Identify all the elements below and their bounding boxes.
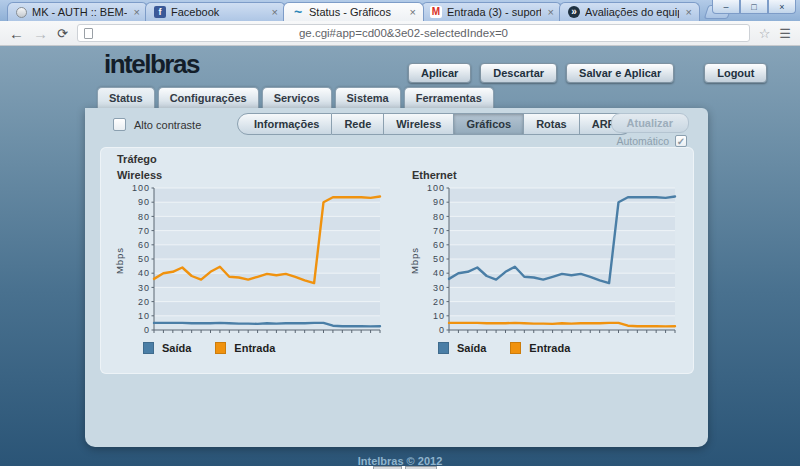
subtab-rede[interactable]: Rede [332, 113, 384, 135]
svg-text:100: 100 [132, 184, 150, 193]
traffic-group-title: Tráfego [117, 153, 157, 165]
tab-title: Facebook [171, 6, 265, 18]
bookmark-star-icon[interactable]: ☆ [759, 26, 771, 41]
legend-swatch [438, 342, 449, 354]
content-panel: Alto contraste InformaçõesRedeWirelessGr… [85, 108, 708, 447]
chrome-menu-icon[interactable]: ☰ [779, 26, 791, 41]
browser-tab-strip: MK - AUTH :: BEM-VIN×fFacebook×~Status -… [0, 0, 800, 21]
chart-wireless: WirelessMbps0102030405060708090100SaídaE… [113, 169, 385, 354]
globe-icon [16, 7, 27, 18]
legend-item-saida: Saída [438, 342, 486, 354]
tab-close-icon[interactable]: × [546, 6, 556, 18]
browser-tab-avaliacoes-do-equipan[interactable]: »Avaliações do equipan× [559, 2, 700, 21]
reload-icon[interactable]: ⟳ [57, 27, 68, 40]
minimize-button[interactable]: – [712, 0, 740, 14]
subtab-rotas[interactable]: Rotas [524, 113, 580, 135]
tab-ferramentas[interactable]: Ferramentas [404, 87, 494, 109]
screen: MK - AUTH :: BEM-VIN×fFacebook×~Status -… [0, 0, 800, 469]
url-text: ge.cgi#app=cd00&3e02-selectedIndex=0 [299, 27, 508, 39]
atualizar-button[interactable]: Atualizar [611, 113, 689, 133]
legend-label: Entrada [529, 342, 570, 354]
aplicar-button[interactable]: Aplicar [408, 63, 471, 83]
svg-text:60: 60 [433, 240, 445, 250]
address-bar[interactable]: ge.cgi#app=cd00&3e02-selectedIndex=0 [77, 24, 750, 42]
chart-title: Wireless [117, 169, 385, 181]
svg-text:30: 30 [433, 283, 445, 293]
legend-swatch [510, 342, 521, 354]
subtab-graficos[interactable]: Gráficos [454, 113, 524, 135]
svg-text:20: 20 [433, 297, 445, 307]
forward-icon[interactable]: → [33, 26, 48, 41]
browser-tab-status-graficos[interactable]: ~Status - Gráficos× [283, 2, 424, 21]
alto-contraste-control[interactable]: Alto contraste [113, 118, 201, 131]
salvar-e-aplicar-button[interactable]: Salvar e Aplicar [566, 63, 674, 83]
y-axis-label-text: Mbps [409, 247, 420, 274]
page-icon [84, 28, 93, 39]
tab-title: MK - AUTH :: BEM-VIN [32, 6, 127, 18]
intelbras-icon: ~ [292, 6, 304, 18]
browser-tab-mk-auth-bem-vin[interactable]: MK - AUTH :: BEM-VIN× [7, 2, 148, 21]
logout-button[interactable]: Logout [704, 63, 767, 83]
chart-legend: SaídaEntrada [143, 342, 385, 354]
subtab-wireless[interactable]: Wireless [384, 113, 454, 135]
subtab-informacoes[interactable]: Informações [237, 113, 332, 135]
legend-item-entrada: Entrada [510, 342, 570, 354]
svg-text:80: 80 [433, 212, 445, 222]
automatico-control: Automático ✓ [616, 135, 687, 147]
close-button[interactable]: × [768, 0, 796, 14]
svg-text:70: 70 [433, 226, 445, 236]
tab-close-icon[interactable]: × [408, 6, 418, 18]
tab-title: Status - Gráficos [309, 6, 403, 18]
maximize-button[interactable]: □ [740, 0, 768, 14]
tab-sistema[interactable]: Sistema [335, 87, 401, 109]
page-content: intelbras AplicarDescartarSalvar e Aplic… [0, 46, 800, 469]
tab-servicos[interactable]: Serviços [262, 87, 332, 109]
legend-item-entrada: Entrada [215, 342, 275, 354]
svg-text:50: 50 [138, 254, 150, 264]
status-sub-tabs: InformaçõesRedeWirelessGráficosRotasARP [237, 113, 632, 135]
main-nav-tabs: StatusConfiguraçõesServiçosSistemaFerram… [97, 87, 494, 109]
chevrons-icon: » [568, 6, 580, 18]
svg-text:50: 50 [433, 254, 445, 264]
chart-legend: SaídaEntrada [438, 342, 680, 354]
window-controls: –□× [712, 0, 796, 14]
tab-title: Avaliações do equipan [585, 6, 679, 18]
svg-text:30: 30 [138, 283, 150, 293]
legend-swatch [215, 342, 226, 354]
automatico-checkbox[interactable]: ✓ [675, 135, 687, 147]
svg-text:0: 0 [144, 325, 150, 335]
svg-text:90: 90 [433, 197, 445, 207]
browser-toolbar: ← → ⟳ ge.cgi#app=cd00&3e02-selectedIndex… [0, 21, 800, 46]
alto-contraste-label: Alto contraste [134, 119, 201, 131]
tab-status[interactable]: Status [97, 87, 155, 109]
svg-text:10: 10 [433, 311, 445, 321]
y-axis-label: Mbps [113, 184, 126, 337]
header-buttons: AplicarDescartarSalvar e AplicarLogout [408, 63, 767, 83]
tab-close-icon[interactable]: × [684, 6, 694, 18]
back-icon[interactable]: ← [9, 26, 24, 41]
charts: WirelessMbps0102030405060708090100SaídaE… [113, 169, 680, 354]
chart-body: Mbps0102030405060708090100 [113, 184, 385, 337]
browser-tab-facebook[interactable]: fFacebook× [145, 2, 286, 21]
legend-swatch [143, 342, 154, 354]
browser-tab-entrada-3-suporte-[interactable]: MEntrada (3) - suporte@× [421, 2, 562, 21]
chart-title: Ethernet [412, 169, 680, 181]
facebook-icon: f [154, 6, 166, 18]
automatico-label: Automático [616, 135, 669, 147]
descartar-button[interactable]: Descartar [480, 63, 557, 83]
svg-text:70: 70 [138, 226, 150, 236]
chart-plot: 0102030405060708090100 [421, 184, 679, 337]
tab-close-icon[interactable]: × [270, 6, 280, 18]
traffic-group-box: Tráfego WirelessMbps01020304050607080901… [100, 147, 694, 374]
alto-contraste-checkbox[interactable] [113, 118, 126, 131]
chart-plot: 0102030405060708090100 [126, 184, 384, 337]
tab-configuracoes[interactable]: Configurações [158, 87, 259, 109]
svg-text:40: 40 [433, 268, 445, 278]
gmail-icon: M [430, 6, 442, 18]
legend-label: Saída [162, 342, 191, 354]
legend-item-saida: Saída [143, 342, 191, 354]
svg-text:80: 80 [138, 212, 150, 222]
y-axis-label: Mbps [408, 184, 421, 337]
tab-close-icon[interactable]: × [132, 6, 142, 18]
svg-text:60: 60 [138, 240, 150, 250]
